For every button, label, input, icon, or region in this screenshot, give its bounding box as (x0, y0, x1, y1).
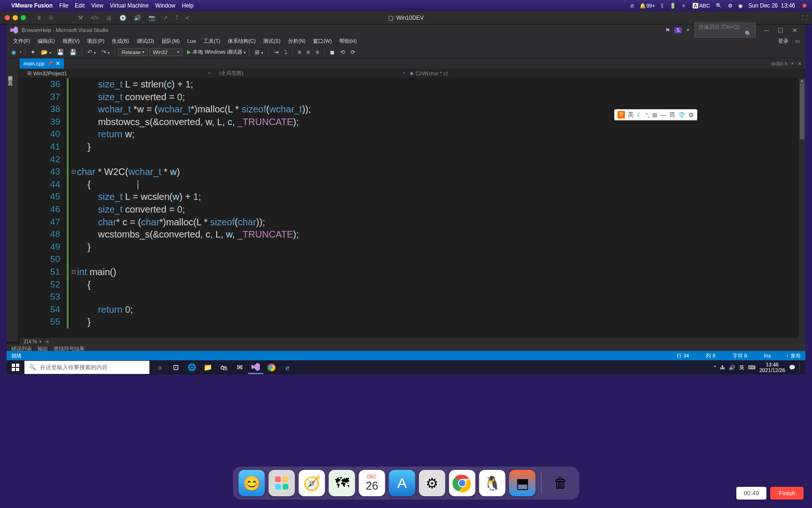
dock-maps-icon[interactable]: 🗺 (329, 470, 355, 496)
vs-menu-build[interactable]: 生成(B) (108, 38, 133, 45)
wifi-icon[interactable]: ᯤ (682, 3, 687, 8)
code-text[interactable]: mbstowcs_s(&converted, w, L, c, _TRUNCAT… (77, 116, 299, 128)
code-line[interactable]: 51⊟int main() (20, 266, 805, 278)
recording-finish-button[interactable]: Finish (770, 487, 804, 500)
code-line[interactable]: 42 (20, 153, 805, 166)
dock-chrome-icon[interactable] (449, 470, 476, 496)
screen-mirror-icon[interactable]: ⎚ (631, 3, 634, 8)
code-line[interactable]: 43⊟char * W2C(wchar_t * w) (20, 166, 805, 178)
spotlight-icon[interactable]: 🔍 (716, 3, 722, 9)
code-line[interactable]: 47 char* c = (char*)malloc(L * sizeof(ch… (20, 216, 805, 229)
ime-lang[interactable]: 英 (628, 111, 634, 119)
code-line[interactable]: 50 (20, 253, 805, 266)
dock-launchpad-icon[interactable] (269, 470, 295, 496)
server-explorer-tab[interactable]: 服务器资源管理器 (8, 71, 13, 74)
vs-menu-edit[interactable]: 编辑(E) (34, 38, 59, 45)
siri-icon[interactable]: ◉ (738, 3, 743, 9)
ime-floating-bar[interactable]: 万 英 ☾ °, ⊞ — 简 👕 ⚙ (614, 109, 697, 120)
tb-step2-icon[interactable]: ⤵ (282, 48, 289, 56)
vm-tool-icon[interactable]: ⚒ (76, 15, 85, 21)
vm-disk-icon[interactable]: 💿 (117, 15, 128, 21)
tb-bookmark-icon[interactable]: ◼ (328, 48, 336, 56)
dock-qq-icon[interactable]: 🐧 (479, 470, 506, 496)
tb-new-icon[interactable]: ✦ (29, 48, 37, 56)
fold-toggle-icon[interactable]: ⊟ (70, 166, 77, 178)
code-text[interactable]: size_t converted = 0; (77, 91, 185, 103)
vs-close-button[interactable]: ✕ (788, 27, 802, 34)
close-related-icon[interactable]: ✕ (797, 61, 802, 67)
tb-save-icon[interactable]: 💾 (55, 48, 66, 56)
menu-view[interactable]: View (91, 2, 103, 9)
tray-keyboard-icon[interactable]: ⌨ (748, 365, 756, 371)
dock-vmware-icon[interactable]: ⬒ (509, 470, 536, 496)
tray-notifications-icon[interactable]: 💬 (789, 365, 796, 371)
show-desktop-button[interactable] (799, 363, 802, 372)
tb-misc3-icon[interactable]: ⟳ (349, 48, 357, 56)
vs-menu-team[interactable]: 团队(M) (158, 38, 184, 45)
code-text[interactable]: { (77, 178, 138, 191)
code-text[interactable]: return 0; (77, 303, 133, 316)
cortana-icon[interactable]: ○ (152, 361, 167, 374)
dock-trash-icon[interactable]: 🗑 (547, 470, 574, 496)
toolbox-tab[interactable]: 工具箱 (8, 76, 13, 79)
battery-icon[interactable]: 🔋 (670, 3, 676, 9)
code-line[interactable]: 41 } (20, 141, 805, 153)
vs-notification-flag-icon[interactable]: ⚑ (665, 27, 671, 34)
task-view-icon[interactable]: ⊡ (168, 361, 183, 374)
vs-menu-window[interactable]: 窗口(W) (309, 38, 336, 45)
output-tab[interactable]: 输出 (38, 345, 48, 351)
code-text[interactable]: return w; (77, 128, 134, 141)
expand-panel-icon[interactable]: + (800, 79, 804, 84)
tb-platform-dropdown[interactable]: Win32▾ (149, 48, 182, 56)
vs-menu-view[interactable]: 视图(V) (59, 38, 84, 45)
input-source[interactable]: A ABC (693, 3, 710, 8)
vs-signin-button[interactable]: 登录 (774, 38, 792, 45)
nav-function[interactable]: C2W(char * c) (415, 71, 448, 76)
vm-back-icon[interactable]: < (184, 15, 191, 21)
code-line[interactable]: 36 size_t L = strlen(c) + 1; (20, 78, 805, 91)
menu-vm[interactable]: Virtual Machine (110, 2, 149, 9)
vm-camera-icon[interactable]: 📷 (147, 15, 157, 21)
tray-expand-icon[interactable]: ^ (714, 365, 716, 370)
ime-dash-icon[interactable]: — (660, 111, 666, 119)
vs-menu-arch[interactable]: 体系结构(C) (224, 38, 259, 45)
chrome-taskbar-icon[interactable] (264, 361, 279, 374)
code-line[interactable]: 52 { (20, 278, 805, 291)
tab-main-cpp[interactable]: main.cpp 📌 ✕ (20, 58, 64, 69)
code-line[interactable]: 46 size_t converted = 0; (20, 203, 805, 216)
ime-skin-icon[interactable]: 👕 (678, 111, 686, 119)
tb-undo-icon[interactable]: ↶ ▾ (86, 48, 97, 56)
dock-finder-icon[interactable]: 😊 (239, 470, 265, 496)
nav-project[interactable]: Win32Project1 (33, 71, 67, 76)
window-minimize-button[interactable] (13, 15, 18, 20)
code-line[interactable]: 55 } (20, 316, 805, 328)
tb-debug-target[interactable]: 本地 Windows 调试器 ▾ (193, 48, 246, 56)
zoom-level[interactable]: 214 % (23, 339, 37, 344)
code-text[interactable]: wcstombs_s(&converted, c, L, w, _TRUNCAT… (77, 228, 299, 241)
vs-quick-launch[interactable]: 快速启动 (Ctrl+Q) 🔍 (695, 23, 756, 38)
edge-icon[interactable]: 🌐 (184, 361, 199, 374)
code-text[interactable]: { (77, 278, 91, 291)
vm-exit-icon[interactable]: ⤴ (173, 15, 180, 21)
menu-help[interactable]: Help (182, 2, 194, 9)
vs-menu-file[interactable]: 文件(F) (9, 38, 34, 45)
tb-open-icon[interactable]: 📂 ▾ (39, 48, 53, 56)
vs-maximize-button[interactable]: ☐ (773, 27, 788, 34)
dock-calendar-icon[interactable]: DEC 26 (359, 470, 385, 496)
code-text[interactable]: size_t converted = 0; (77, 203, 185, 216)
nav-dd2-icon[interactable]: ▾ (403, 71, 405, 75)
vm-sound-icon[interactable]: 🔊 (132, 15, 143, 21)
window-close-button[interactable] (5, 15, 10, 20)
window-zoom-button[interactable] (21, 15, 26, 20)
vs-related-file[interactable]: stdlib.h ▾ ✕ (767, 58, 805, 69)
code-text[interactable]: char * W2C(wchar_t * w) (77, 166, 180, 178)
code-line[interactable]: 49 } (20, 241, 805, 254)
tb-misc2-icon[interactable]: ⟲ (338, 48, 347, 56)
code-line[interactable]: 54 return 0; (20, 303, 805, 316)
vs-ext-badge[interactable]: 5 (674, 27, 682, 33)
code-text[interactable]: char* c = (char*)malloc(L * sizeof(char)… (77, 216, 265, 229)
code-line[interactable]: 40 return w; (20, 128, 805, 141)
tb-step1-icon[interactable]: ⇥ (272, 48, 281, 56)
scroll-thumb[interactable] (800, 83, 804, 139)
code-line[interactable]: 44 { (20, 178, 805, 191)
